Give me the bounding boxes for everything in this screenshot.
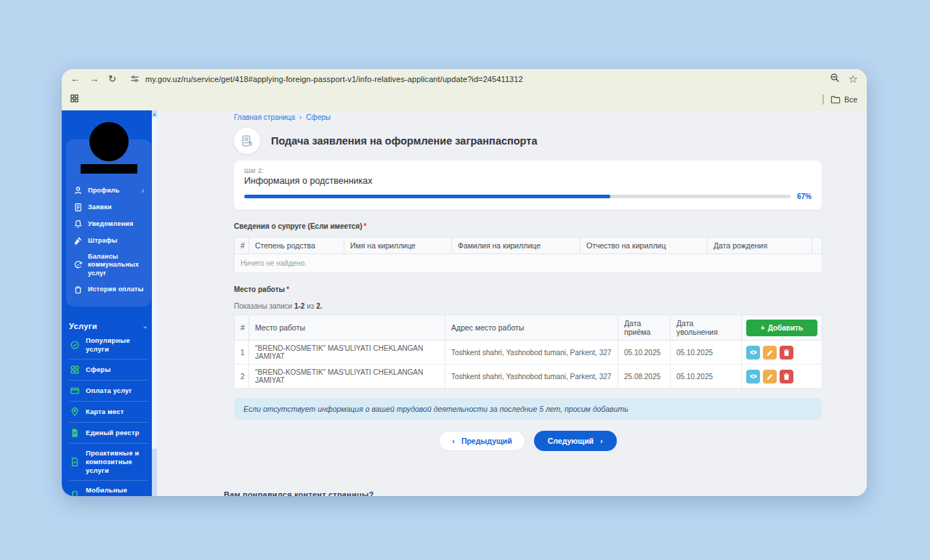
edit-button[interactable] [763, 346, 777, 360]
sidebar-item-spheres[interactable]: Сферы [69, 360, 148, 381]
chevron-down-icon: ⌄ [142, 322, 148, 330]
progress-track [244, 195, 790, 198]
row-hire-date: 05.10.2025 [618, 341, 671, 365]
row-dismissal-date: 05.10.2025 [671, 341, 742, 365]
spouse-header-middlename: Отчество на кириллиц [581, 238, 708, 254]
chevron-right-icon: › [142, 187, 144, 195]
sidebar-scrollbar-thumb[interactable] [152, 117, 157, 449]
reload-button[interactable]: ↻ [108, 74, 116, 84]
apps-grid-icon[interactable] [70, 93, 79, 106]
next-button[interactable]: Следующий › [534, 431, 617, 451]
work-header-dismissal: Дата увольнения [671, 315, 742, 341]
progress-percent: 67% [797, 192, 812, 200]
previous-button[interactable]: ‹ Предыдущий [439, 431, 525, 451]
sidebar-item-notifications[interactable]: Уведомления [72, 216, 145, 232]
spouse-header-num: # [235, 238, 249, 254]
row-address: Toshkent shahri, Yashnobod tumani, Parke… [445, 365, 618, 389]
row-address: Toshkent shahri, Yashnobod tumani, Parke… [445, 341, 618, 365]
add-button[interactable]: +Добавить [746, 320, 817, 336]
browser-window: ← → ↻ my.gov.uz/ru/service/get/418#apply… [62, 69, 867, 496]
work-table: # Место работы Адрес место работы Дата п… [234, 315, 822, 389]
sidebar-item-payment-services[interactable]: Оплата услуг [69, 381, 148, 402]
eye-icon [749, 349, 758, 356]
forward-button[interactable]: → [89, 74, 99, 84]
sidebar-item-applications[interactable]: Заявки [72, 199, 145, 216]
sidebar-item-places-map[interactable]: Карта мест [69, 402, 148, 423]
profile-card: Профиль › Заявки Уведомления [66, 139, 151, 307]
fines-icon [73, 236, 83, 245]
bookmark-star-icon[interactable]: ☆ [849, 73, 858, 84]
work-header-hire: Дата приёма [618, 315, 671, 341]
row-num: 2 [235, 365, 249, 389]
info-alert: Если отсутствует информация о вашей труд… [234, 398, 822, 420]
bell-icon [73, 219, 83, 229]
step-name: Информация о родственниках [244, 176, 812, 186]
page-title: Подача заявления на оформление загранпас… [271, 135, 537, 147]
grid-icon [70, 365, 80, 375]
edit-button[interactable] [763, 370, 777, 384]
work-header-place: Место работы [249, 315, 445, 341]
address-bar[interactable]: my.gov.uz/ru/service/get/418#applying-fo… [126, 71, 820, 86]
delete-button[interactable] [780, 370, 793, 384]
file-icon [70, 428, 80, 438]
avatar [89, 122, 129, 161]
scrollbar-up-arrow[interactable]: ▲ [152, 112, 157, 116]
spouse-header-birthdate: Дата рождения [708, 238, 812, 254]
required-asterisk: * [286, 285, 289, 293]
credit-card-icon [70, 386, 80, 396]
view-button[interactable] [746, 370, 760, 384]
sidebar-section-services[interactable]: Услуги ⌄ [69, 321, 148, 331]
row-num: 1 [235, 341, 249, 365]
sidebar-item-fines[interactable]: Штрафы [72, 232, 145, 249]
row-hire-date: 25.08.2025 [618, 365, 671, 389]
breadcrumb-home-link[interactable]: Главная страница [234, 113, 295, 121]
work-header-address: Адрес место работы [445, 315, 618, 341]
sidebar-item-proactive-services[interactable]: Проактивные и композитные услуги [69, 444, 148, 481]
sidebar-item-mobile-apps[interactable]: Мобильные приложения [69, 481, 148, 496]
work-section-label: Место работы* [234, 285, 822, 293]
zoom-out-icon[interactable] [830, 73, 840, 86]
payment-history-icon [73, 285, 83, 294]
sidebar-item-unified-registry[interactable]: Единый реестр [69, 423, 148, 444]
sidebar-item-utilities-balance[interactable]: Балансы коммунальных услуг [72, 249, 145, 281]
back-button[interactable]: ← [70, 74, 80, 84]
breadcrumb-separator: › [299, 113, 302, 121]
all-bookmarks-folder[interactable]: Все закладки [830, 95, 859, 104]
chevron-left-icon: ‹ [452, 437, 455, 445]
plus-icon: + [761, 324, 765, 332]
row-place: "BREND-KOSMETIK" MAS'ULIYATI CHEKLANGAN … [249, 365, 445, 389]
row-dismissal-date: 05.10.2025 [671, 365, 742, 389]
browser-toolbar: ← → ↻ my.gov.uz/ru/service/get/418#apply… [62, 69, 867, 89]
bookmarks-bar: Все закладки [62, 89, 867, 110]
spouse-section-label: Сведения о супруге (Если имеется)* [234, 222, 822, 230]
applications-icon [73, 203, 83, 212]
passport-service-icon [234, 128, 260, 154]
delete-button[interactable] [780, 346, 793, 360]
spouse-header-firstname: Имя на кириллице [344, 238, 452, 254]
eye-icon [749, 373, 758, 380]
check-circle-icon [70, 340, 80, 350]
records-shown-text: Показаны записи 1-2 из 2. [234, 302, 822, 310]
url-text: my.gov.uz/ru/service/get/418#applying-fo… [145, 75, 523, 84]
spouse-empty-row: Ничего не найдено. [235, 254, 822, 273]
feedback-section: Вам понравился контент страницы? Да Нет … [224, 490, 822, 496]
utilities-balance-icon [73, 260, 83, 269]
breadcrumb-spheres-link[interactable]: Сферы [306, 113, 331, 121]
bookmarks-separator [822, 94, 824, 105]
site-info-icon[interactable] [130, 74, 140, 84]
row-place: "BREND-KOSMETIK" MAS'ULIYATI CHEKLANGAN … [249, 341, 445, 365]
step-label: Шаг 2: [244, 167, 812, 174]
chevron-right-icon: › [600, 437, 603, 445]
sidebar-item-profile[interactable]: Профиль › [72, 182, 145, 199]
trash-icon [783, 349, 790, 357]
main-content: Главная страница › Сферы Подача заявлени… [157, 110, 867, 496]
spouse-header-lastname: Фамилия на кириллице [452, 238, 581, 254]
pencil-icon [766, 373, 774, 381]
table-row: 2 "BREND-KOSMETIK" MAS'ULIYATI CHEKLANGA… [235, 365, 822, 389]
trash-icon [783, 373, 790, 381]
spouse-header-relation: Степень родства [249, 238, 344, 254]
sidebar-item-popular-services[interactable]: Популярные услуги [69, 331, 148, 360]
progress-fill [244, 195, 610, 198]
sidebar-item-payment-history[interactable]: История оплаты [72, 281, 145, 298]
view-button[interactable] [746, 346, 760, 360]
